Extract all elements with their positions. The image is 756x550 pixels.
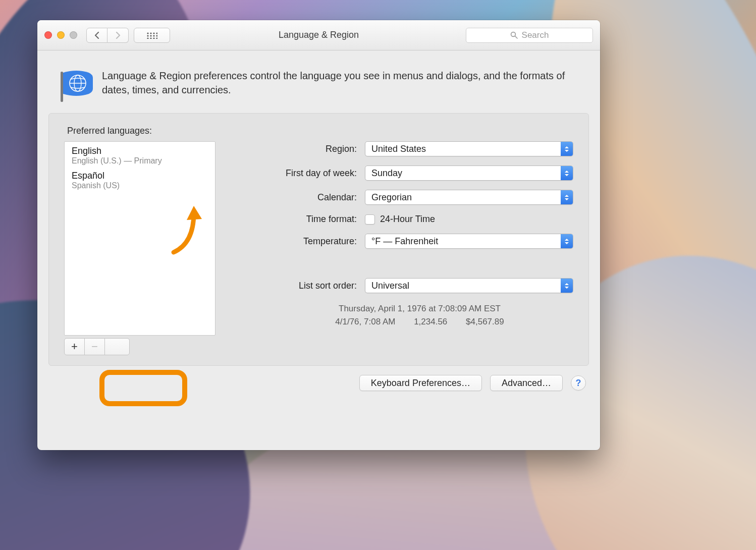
updown-arrows-icon bbox=[561, 142, 573, 156]
forward-button[interactable] bbox=[107, 28, 129, 43]
add-language-button[interactable]: + bbox=[65, 339, 85, 355]
language-subtitle: English (U.S.) — Primary bbox=[72, 156, 208, 166]
back-button[interactable] bbox=[86, 28, 107, 43]
show-all-button[interactable] bbox=[134, 28, 170, 43]
svg-rect-14 bbox=[61, 72, 63, 102]
language-subtitle: Spanish (US) bbox=[72, 181, 208, 190]
svg-point-0 bbox=[147, 32, 148, 34]
add-remove-toolbar: + − bbox=[64, 338, 130, 355]
pane-description: Language & Region preferences control th… bbox=[102, 69, 579, 97]
svg-point-8 bbox=[147, 37, 148, 39]
keyboard-preferences-button[interactable]: Keyboard Preferences… bbox=[359, 375, 482, 391]
help-button[interactable]: ? bbox=[571, 375, 586, 391]
svg-point-11 bbox=[156, 37, 157, 39]
updown-arrows-icon bbox=[561, 279, 573, 293]
svg-point-1 bbox=[150, 32, 151, 34]
chevron-left-icon bbox=[94, 32, 100, 39]
toolbar-spacer bbox=[105, 339, 129, 355]
format-example-line1: Thursday, April 1, 1976 at 7:08:09 AM ES… bbox=[266, 302, 573, 315]
svg-point-5 bbox=[150, 35, 151, 36]
svg-point-10 bbox=[153, 37, 154, 39]
region-label: Region: bbox=[246, 144, 357, 154]
svg-point-7 bbox=[156, 35, 157, 36]
preferred-languages-label: Preferred languages: bbox=[67, 126, 573, 136]
list-item[interactable]: Español Spanish (US) bbox=[70, 170, 210, 194]
list-sort-label: List sort order: bbox=[246, 281, 357, 291]
close-window-button[interactable] bbox=[44, 31, 52, 39]
plus-icon: + bbox=[71, 340, 78, 353]
svg-line-13 bbox=[515, 36, 517, 39]
calendar-label: Calendar: bbox=[246, 192, 357, 203]
question-icon: ? bbox=[576, 378, 581, 389]
remove-language-button[interactable]: − bbox=[85, 339, 105, 355]
preferred-languages-list[interactable]: English English (U.S.) — Primary Español… bbox=[64, 141, 215, 336]
format-example: Thursday, April 1, 1976 at 7:08:09 AM ES… bbox=[266, 302, 573, 328]
svg-point-6 bbox=[153, 35, 154, 36]
chevron-right-icon bbox=[115, 32, 121, 39]
search-field[interactable]: Search bbox=[466, 28, 593, 43]
window-controls bbox=[44, 31, 77, 39]
search-placeholder: Search bbox=[522, 30, 549, 40]
globe-flag-icon bbox=[57, 69, 89, 101]
advanced-button[interactable]: Advanced… bbox=[490, 375, 563, 391]
svg-point-2 bbox=[153, 32, 154, 34]
svg-point-4 bbox=[147, 35, 148, 36]
updown-arrows-icon bbox=[561, 190, 573, 204]
language-name: English bbox=[72, 146, 208, 156]
time-format-checkbox[interactable] bbox=[365, 214, 375, 225]
minus-icon: − bbox=[91, 340, 98, 353]
first-day-select[interactable]: Sunday bbox=[365, 166, 573, 181]
titlebar: Language & Region Search bbox=[37, 20, 600, 50]
updown-arrows-icon bbox=[561, 234, 573, 248]
search-icon bbox=[510, 31, 518, 39]
language-name: Español bbox=[72, 171, 208, 181]
format-example-currency: $4,567.89 bbox=[466, 317, 504, 326]
zoom-window-button bbox=[70, 31, 77, 39]
list-item[interactable]: English English (U.S.) — Primary bbox=[70, 145, 210, 170]
temperature-value: °F — Fahrenheit bbox=[371, 236, 438, 247]
svg-point-9 bbox=[150, 37, 151, 39]
settings-panel: Preferred languages: English English (U.… bbox=[48, 113, 589, 366]
grid-icon bbox=[146, 32, 157, 39]
list-sort-select[interactable]: Universal bbox=[365, 278, 573, 293]
first-day-value: Sunday bbox=[371, 168, 402, 179]
format-example-date: 4/1/76, 7:08 AM bbox=[335, 317, 395, 326]
first-day-label: First day of week: bbox=[246, 168, 357, 179]
time-format-checkbox-label: 24-Hour Time bbox=[380, 214, 435, 225]
region-select[interactable]: United States bbox=[365, 141, 573, 156]
updown-arrows-icon bbox=[561, 166, 573, 180]
language-region-window: Language & Region Search Language & Regi… bbox=[37, 20, 600, 450]
calendar-select[interactable]: Gregorian bbox=[365, 190, 573, 205]
region-value: United States bbox=[371, 144, 426, 154]
temperature-select[interactable]: °F — Fahrenheit bbox=[365, 234, 573, 249]
calendar-value: Gregorian bbox=[371, 192, 412, 203]
minimize-window-button[interactable] bbox=[57, 31, 65, 39]
temperature-label: Temperature: bbox=[246, 236, 357, 247]
time-format-label: Time format: bbox=[246, 214, 357, 225]
list-sort-value: Universal bbox=[371, 281, 409, 291]
svg-point-3 bbox=[156, 32, 157, 34]
format-example-number: 1,234.56 bbox=[414, 317, 447, 326]
